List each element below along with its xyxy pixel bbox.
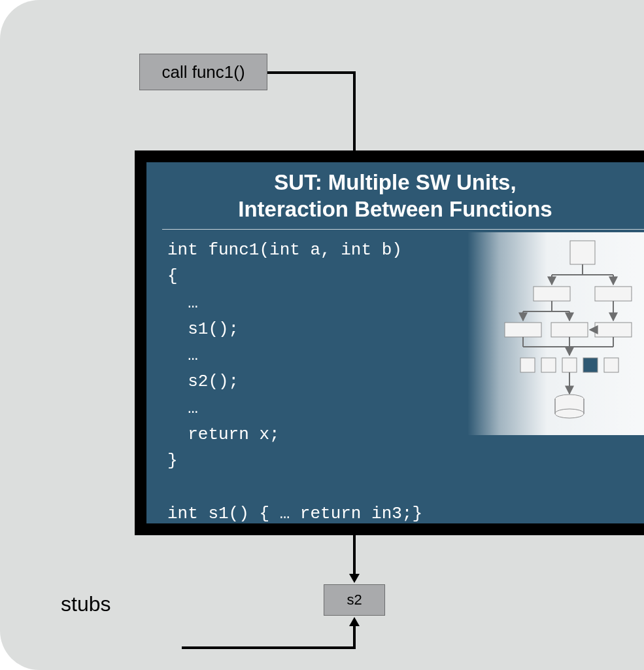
svg-rect-15 [551,323,588,337]
arrow-return-to-stub [349,617,360,626]
svg-rect-31 [556,398,583,402]
svg-rect-16 [595,323,632,337]
call-func-label: call func1() [161,62,245,82]
stub-s2-box: s2 [324,584,385,616]
svg-rect-6 [534,287,570,301]
connector-call-to-sut-v [353,71,356,150]
stub-s2-label: s2 [347,591,362,608]
code-block: int func1(int a, int b) { … s1(); … s2()… [167,237,422,527]
svg-rect-23 [520,358,535,372]
svg-rect-14 [505,323,541,337]
stubs-label: stubs [61,592,110,616]
connector-sut-to-stub [353,535,356,574]
sut-title-line2: Interaction Between Functions [238,197,552,221]
flowchart-icon [497,237,641,433]
svg-rect-0 [570,241,595,264]
arrow-sut-to-stub [349,574,360,583]
connector-return-v [353,626,356,649]
call-func-box: call func1() [139,54,267,90]
svg-rect-24 [541,358,556,372]
svg-rect-7 [595,287,632,301]
sut-title-line1: SUT: Multiple SW Units, [274,170,516,194]
svg-rect-27 [604,358,619,372]
svg-rect-26 [583,358,598,372]
svg-point-32 [555,409,584,418]
connector-return-h [182,646,356,649]
connector-call-to-sut-h [267,71,356,74]
sut-title: SUT: Multiple SW Units, Interaction Betw… [146,169,644,223]
sut-divider [162,229,644,230]
svg-rect-25 [562,358,577,372]
